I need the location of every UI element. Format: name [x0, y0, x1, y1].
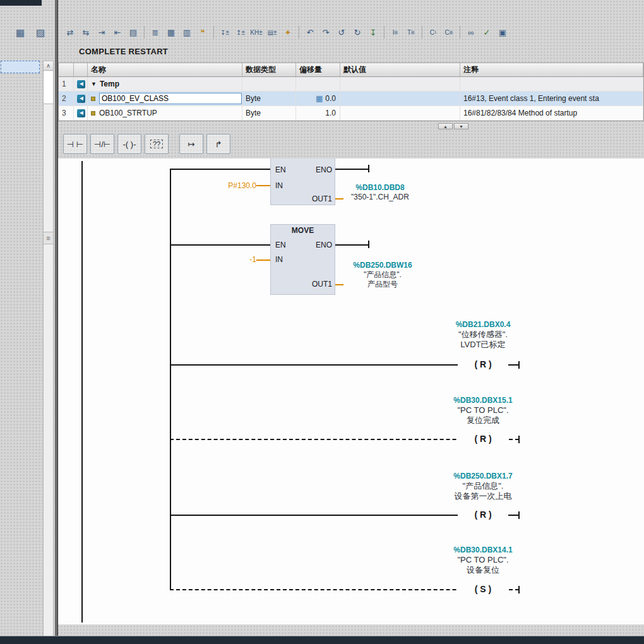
indent-right-icon[interactable]: ⇥ [95, 25, 109, 39]
wire-end-tick [518, 436, 520, 443]
row-number: 3 [59, 106, 74, 120]
ladder-canvas[interactable]: EN ENO IN OUT1 P#130.0 %DB10.DBD8 "350-1… [58, 158, 644, 624]
comment-cell[interactable]: 16#13, Event class 1, Entering event sta [460, 92, 643, 105]
undo-icon[interactable]: ↶ [303, 25, 317, 39]
set-coil[interactable]: ( S ) [458, 583, 508, 595]
splitter-up-button[interactable]: ▲ [438, 123, 453, 129]
network-list-icon[interactable]: ≣ [148, 25, 162, 39]
input-constant[interactable]: -1 [203, 255, 256, 264]
operand-info-icon[interactable]: ▤± [265, 25, 279, 39]
comment-cell[interactable] [460, 77, 643, 91]
table-row-selected[interactable]: 2 Byte ▦0.0 16#13, Event class 1, Enteri… [59, 92, 643, 106]
coil-operand[interactable]: %DB30.DBX14.1 "PC TO PLC". 设备复位 [414, 545, 552, 575]
enum-dropdown-icon[interactable]: ▦ [316, 94, 323, 103]
name-edit-input[interactable] [99, 93, 242, 104]
toolbar-separator [460, 26, 460, 39]
pin-out1: OUT1 [307, 194, 332, 203]
coil-operand[interactable]: %DB30.DBX15.1 "PC TO PLC". 复位完成 [414, 395, 552, 426]
comment-cell[interactable]: 16#81/82/83/84 Method of startup [460, 106, 643, 120]
insert-row-icon[interactable]: ▤ [126, 25, 140, 39]
call-structure-icon[interactable]: C≡ [442, 25, 456, 39]
eno-wire [335, 244, 369, 246]
variable-name: OB100_STRTUP [99, 109, 157, 117]
monitor-values-icon[interactable]: I≡ [388, 25, 402, 39]
row-icon-cell [74, 106, 88, 120]
splitter-grip-icon[interactable]: ≡ [44, 232, 53, 244]
default-cell[interactable] [340, 106, 460, 120]
download-icon[interactable]: ↧ [366, 25, 380, 39]
collapse-all-icon[interactable]: ↥± [234, 25, 247, 39]
datatype-cell[interactable] [242, 77, 296, 91]
scroll-up-button[interactable]: ∧ [44, 61, 53, 71]
splitter-down-button[interactable]: ▼ [454, 123, 468, 129]
offset-cell [296, 77, 340, 91]
default-cell[interactable] [340, 92, 460, 105]
table-row[interactable]: 3 OB100_STRTUP Byte 1.0 16#81/82/83/84 M… [59, 106, 643, 121]
modify-values-icon[interactable]: T≡ [404, 25, 418, 39]
cross-reference-icon[interactable]: ∞ [464, 25, 478, 39]
overview-icon[interactable]: ▦ [13, 25, 28, 40]
table-row[interactable]: 1 ▼Temp [59, 77, 643, 92]
reset-coil[interactable]: ( R ) [458, 509, 508, 520]
block-properties-icon[interactable]: ▣ [496, 25, 510, 39]
offset-cell[interactable]: ▦0.0 [296, 92, 340, 105]
header-datatype[interactable]: 数据类型 [242, 63, 296, 76]
offset-value: 0.0 [325, 94, 336, 103]
operand-name: "产品信息". [414, 481, 552, 491]
coil-button[interactable]: -( )- [117, 134, 141, 154]
name-cell[interactable]: ▼Temp [88, 77, 242, 91]
row-icon-cell [74, 77, 88, 91]
comment-toggle-icon[interactable]: ❝ [196, 25, 210, 39]
scrollbar-thumb[interactable] [44, 71, 53, 104]
indent-left-icon[interactable]: ⇤ [110, 25, 124, 39]
datatype-cell[interactable]: Byte [242, 106, 296, 120]
row-number: 2 [59, 92, 74, 105]
input-constant[interactable]: P#130.0 [203, 181, 256, 190]
operand-member: 复位完成 [414, 415, 552, 426]
header-comment[interactable]: 注释 [460, 63, 643, 76]
contact-closed-button[interactable]: ⊣/⊢ [90, 134, 114, 154]
contact-open-button[interactable]: ⊣ ⊢ [63, 134, 87, 154]
reset-coil[interactable]: ( R ) [458, 433, 508, 444]
delete-network-icon[interactable]: ⇆ [79, 25, 93, 39]
operand-name: "PC TO PLC". [414, 555, 552, 565]
offset-cell[interactable]: 1.0 [296, 106, 340, 120]
network-overview-icon[interactable]: ▦ [164, 25, 178, 39]
toolbar-separator [384, 26, 385, 39]
insert-network-icon[interactable]: ⇄ [63, 25, 77, 39]
operand-address: %DB30.DBX14.1 [414, 545, 552, 555]
goto-next-icon[interactable]: ↻ [350, 25, 364, 39]
wire [170, 244, 270, 246]
goto-previous-icon[interactable]: ↺ [335, 25, 349, 39]
pin-out1: OUT1 [307, 280, 332, 289]
expand-all-icon[interactable]: ↧± [218, 25, 232, 39]
empty-box-button[interactable]: ?? [145, 134, 169, 154]
close-branch-button[interactable]: ↱ [206, 134, 230, 154]
row-icon-cell [74, 92, 88, 105]
header-offset[interactable]: 偏移量 [296, 63, 340, 76]
detail-view-icon[interactable]: ▨ [33, 25, 48, 40]
address-format-icon[interactable]: KH± [249, 25, 263, 39]
output-operand[interactable]: %DB250.DBW16 "产品信息". 产品型号 [340, 261, 426, 289]
expander-icon[interactable]: ▼ [91, 81, 97, 87]
gsd-check-icon[interactable]: ✓ [480, 25, 494, 39]
redo-icon[interactable]: ↷ [319, 25, 333, 39]
network-compact-icon[interactable]: ▥ [180, 25, 194, 39]
sidebar-scrollbar[interactable]: ∧ ≡ [43, 61, 54, 636]
default-cell[interactable] [340, 77, 460, 91]
name-cell[interactable]: OB100_STRTUP [88, 106, 242, 120]
open-branch-button[interactable]: ↦ [179, 134, 203, 154]
header-name[interactable]: 名称 [88, 63, 242, 76]
output-operand[interactable]: %DB10.DBD8 "350-1".CH_ADR [340, 183, 420, 202]
tree-selection-highlight[interactable] [1, 61, 40, 73]
favorites-icon[interactable]: ✦ [281, 25, 295, 39]
coil-operand[interactable]: %DB21.DBX0.4 "位移传感器". LVDT已标定 [414, 319, 552, 350]
header-icon-col [74, 63, 88, 76]
empty-box-glyph: ?? [150, 140, 163, 148]
block-type-label: MOVE [270, 226, 335, 235]
coil-operand[interactable]: %DB250.DBX1.7 "产品信息". 设备第一次上电 [414, 471, 552, 501]
reset-coil[interactable]: ( R ) [458, 359, 508, 370]
call-environment-icon[interactable]: C¹ [426, 25, 440, 39]
datatype-cell[interactable]: Byte [242, 92, 296, 105]
header-default[interactable]: 默认值 [340, 63, 460, 76]
